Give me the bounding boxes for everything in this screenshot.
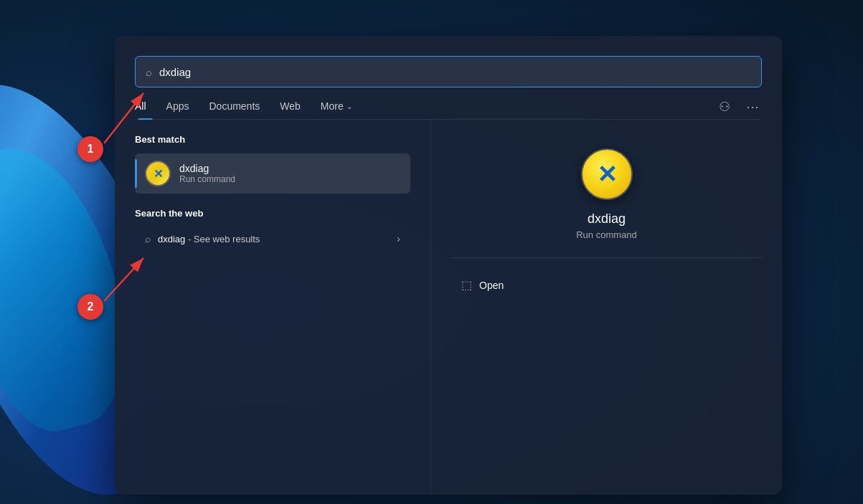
tab-web[interactable]: Web bbox=[270, 95, 311, 119]
tab-more[interactable]: More ⌄ bbox=[311, 95, 362, 119]
chevron-right-icon: › bbox=[397, 233, 400, 244]
accounts-icon[interactable]: ⚇ bbox=[716, 96, 733, 118]
search-icon: ⌕ bbox=[146, 66, 152, 78]
app-subtitle: Run command bbox=[179, 174, 400, 184]
web-search-text: dxdiag - See web results bbox=[158, 234, 260, 244]
search-bar[interactable]: ⌕ dxdiag bbox=[135, 56, 762, 87]
web-search-item[interactable]: ⌕ dxdiag - See web results › bbox=[135, 226, 410, 252]
best-match-item[interactable]: dxdiag Run command bbox=[135, 153, 410, 194]
tab-documents[interactable]: Documents bbox=[199, 95, 270, 119]
content-area: Best match dxdiag Run command Search the… bbox=[115, 120, 782, 495]
web-search-icon: ⌕ bbox=[145, 233, 151, 244]
app-name: dxdiag bbox=[179, 163, 400, 174]
chevron-down-icon: ⌄ bbox=[346, 103, 352, 110]
app-info: dxdiag Run command bbox=[179, 163, 400, 184]
nav-right-icons: ⚇ ⋯ bbox=[716, 96, 762, 118]
divider bbox=[451, 257, 762, 258]
right-panel: dxdiag Run command ⬚ Open bbox=[430, 120, 782, 495]
web-search-query: dxdiag bbox=[158, 234, 185, 244]
dxdiag-icon-large bbox=[581, 148, 633, 200]
right-app-subtitle: Run command bbox=[576, 229, 637, 240]
web-search-suffix: - See web results bbox=[185, 234, 260, 244]
web-search-left: ⌕ dxdiag - See web results bbox=[145, 233, 260, 244]
dxdiag-icon-small bbox=[145, 161, 171, 186]
open-label: Open bbox=[479, 280, 504, 291]
tab-all[interactable]: All bbox=[135, 95, 156, 119]
open-external-icon: ⬚ bbox=[461, 278, 472, 292]
tab-apps[interactable]: Apps bbox=[156, 95, 199, 119]
right-app-name: dxdiag bbox=[588, 211, 626, 227]
search-input[interactable]: dxdiag bbox=[159, 66, 751, 78]
left-panel: Best match dxdiag Run command Search the… bbox=[115, 120, 430, 495]
start-menu: ⌕ dxdiag All Apps Documents Web More ⌄ ⚇… bbox=[115, 36, 782, 495]
annotation-1: 1 bbox=[77, 136, 103, 162]
nav-tabs: All Apps Documents Web More ⌄ ⚇ ⋯ bbox=[135, 87, 762, 120]
dxdiag-app-icon-small bbox=[145, 161, 171, 186]
open-button[interactable]: ⬚ Open bbox=[451, 272, 762, 298]
more-options-icon[interactable]: ⋯ bbox=[743, 96, 762, 118]
selection-indicator bbox=[135, 159, 137, 188]
annotation-2: 2 bbox=[77, 294, 103, 320]
web-search-title: Search the web bbox=[135, 208, 410, 219]
best-match-title: Best match bbox=[135, 134, 410, 145]
